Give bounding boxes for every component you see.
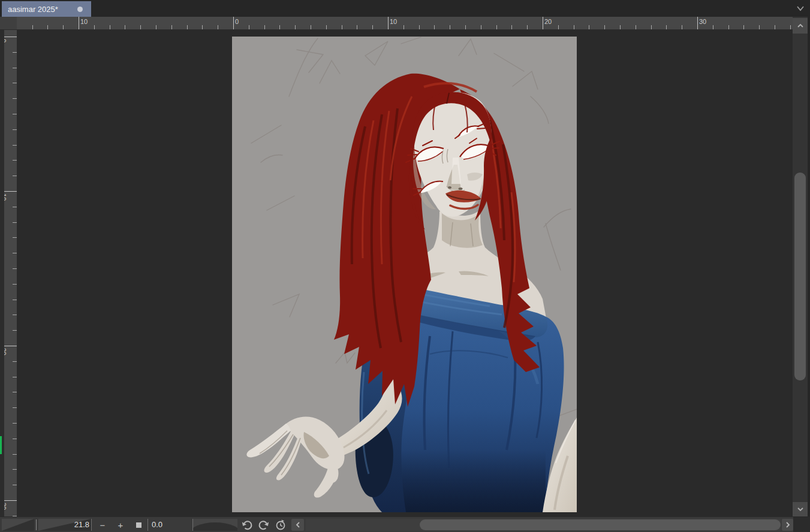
zoom-in-button[interactable]: + bbox=[113, 519, 128, 531]
scroll-left-icon[interactable] bbox=[291, 519, 304, 531]
ruler-tick-h bbox=[713, 25, 713, 29]
ruler-tick-h bbox=[295, 25, 296, 29]
ruler-tick-v bbox=[13, 98, 17, 99]
nav-preview-ramp[interactable] bbox=[2, 519, 34, 531]
tab-bar: aasimar 2025* bbox=[0, 0, 810, 17]
ruler-tick-v bbox=[13, 315, 17, 315]
ruler-tick-v bbox=[4, 191, 17, 192]
ruler-tick-h bbox=[32, 25, 33, 29]
ruler-tick-v bbox=[4, 37, 17, 37]
scroll-up-icon[interactable] bbox=[793, 18, 808, 34]
ruler-tick-h bbox=[171, 25, 172, 29]
right-edge-strip bbox=[808, 17, 810, 516]
ruler-tick-h bbox=[357, 25, 357, 29]
ruler-tick-v bbox=[13, 407, 17, 408]
status-bar: 21.8 − + 0.0 bbox=[0, 516, 810, 532]
ruler-tick-h bbox=[651, 25, 652, 29]
statusbar-divider bbox=[36, 519, 37, 530]
canvas-viewport[interactable] bbox=[17, 30, 793, 516]
ruler-tick-v bbox=[4, 500, 17, 501]
ruler-tick-h bbox=[527, 25, 528, 29]
ruler-tick-v bbox=[13, 114, 17, 114]
history-icon[interactable] bbox=[273, 519, 288, 531]
ruler-tick-h bbox=[759, 25, 760, 29]
ruler-tick-h bbox=[558, 25, 559, 29]
ruler-label: 10 bbox=[4, 194, 7, 201]
ruler-tick-v bbox=[13, 222, 17, 223]
ruler-tick-h bbox=[419, 25, 420, 29]
ruler-tick-v bbox=[13, 268, 17, 269]
ruler-tick-v bbox=[13, 207, 17, 207]
zoom-reset-button[interactable] bbox=[132, 519, 145, 531]
ruler-tick-h bbox=[125, 25, 125, 29]
horizontal-scrollbar-thumb[interactable] bbox=[420, 519, 781, 530]
ruler-tick-h bbox=[311, 25, 311, 29]
ruler-tick-h bbox=[790, 25, 791, 29]
rotation-slider[interactable] bbox=[193, 519, 237, 531]
ruler-tick-v bbox=[13, 176, 17, 176]
vertical-scrollbar-thumb[interactable] bbox=[794, 173, 806, 380]
ruler-tick-v bbox=[13, 392, 17, 392]
document-tab-label: aasimar 2025* bbox=[8, 5, 77, 14]
scroll-down-icon[interactable] bbox=[793, 502, 808, 516]
ruler-tick-h bbox=[202, 25, 203, 29]
ruler-tick-h bbox=[604, 25, 605, 29]
ruler-label: 30 bbox=[699, 18, 706, 25]
document-tab[interactable]: aasimar 2025* bbox=[2, 1, 91, 17]
horizontal-scrollbar[interactable] bbox=[306, 519, 781, 531]
ruler-horizontal: 100102030 bbox=[17, 17, 793, 30]
ruler-tick-h bbox=[47, 25, 48, 29]
scroll-right-icon[interactable] bbox=[782, 519, 793, 531]
ruler-label: 10 bbox=[390, 18, 397, 25]
ruler-tick-h bbox=[372, 25, 373, 29]
ruler-tick-v bbox=[13, 485, 17, 485]
ruler-tick-h bbox=[574, 25, 574, 29]
ruler-tick-h bbox=[620, 25, 621, 29]
ruler-tick-v bbox=[13, 253, 17, 253]
tab-list-chevron-icon[interactable] bbox=[794, 3, 806, 14]
ruler-tick-h bbox=[589, 25, 589, 29]
ruler-tick-h bbox=[666, 25, 667, 29]
painting-canvas[interactable] bbox=[232, 37, 577, 512]
ruler-tick-v bbox=[13, 68, 17, 68]
ruler-corner bbox=[0, 17, 17, 30]
ruler-tick-h bbox=[465, 25, 466, 29]
ruler-label: 30 bbox=[4, 503, 7, 510]
ruler-tick-h bbox=[156, 25, 156, 29]
ruler-tick-h bbox=[743, 25, 744, 29]
ruler-tick-h bbox=[79, 17, 79, 29]
ruler-tick-h bbox=[110, 25, 110, 29]
ruler-tick-h bbox=[636, 25, 636, 29]
ruler-tick-h bbox=[496, 25, 497, 29]
ruler-tick-h bbox=[697, 17, 698, 29]
ruler-tick-h bbox=[481, 25, 481, 29]
rotation-value[interactable]: 0.0 bbox=[147, 519, 193, 531]
zoom-slider[interactable]: 21.8 bbox=[38, 519, 92, 531]
ruler-tick-v bbox=[13, 469, 17, 470]
ruler-tick-v bbox=[13, 83, 17, 83]
ruler-tick-v bbox=[13, 237, 17, 238]
ruler-tick-v bbox=[13, 160, 17, 161]
ruler-tick-h bbox=[450, 25, 450, 29]
ruler-tick-h bbox=[326, 25, 327, 29]
dock-highlight-strip bbox=[0, 436, 2, 454]
vertical-scrollbar[interactable] bbox=[793, 17, 808, 516]
ruler-tick-v bbox=[13, 145, 17, 146]
ruler-label: 20 bbox=[4, 348, 7, 355]
app-window: aasimar 2025* 100102030 0102030 bbox=[0, 0, 810, 532]
undo-icon[interactable] bbox=[240, 519, 254, 531]
ruler-tick-h bbox=[140, 25, 141, 29]
tab-modified-dot bbox=[77, 7, 83, 12]
ruler-tick-v bbox=[13, 377, 17, 377]
ruler-tick-v bbox=[13, 284, 17, 285]
redo-icon[interactable] bbox=[257, 519, 271, 531]
ruler-tick-h bbox=[434, 25, 435, 29]
ruler-label: 0 bbox=[235, 18, 239, 25]
ruler-vertical: 0102030 bbox=[4, 30, 17, 516]
ruler-tick-h bbox=[342, 25, 342, 29]
ruler-label: 10 bbox=[80, 18, 88, 25]
ruler-tick-v bbox=[4, 346, 17, 346]
ruler-tick-h bbox=[543, 17, 543, 29]
zoom-out-button[interactable]: − bbox=[95, 519, 110, 531]
ruler-tick-h bbox=[388, 17, 389, 29]
